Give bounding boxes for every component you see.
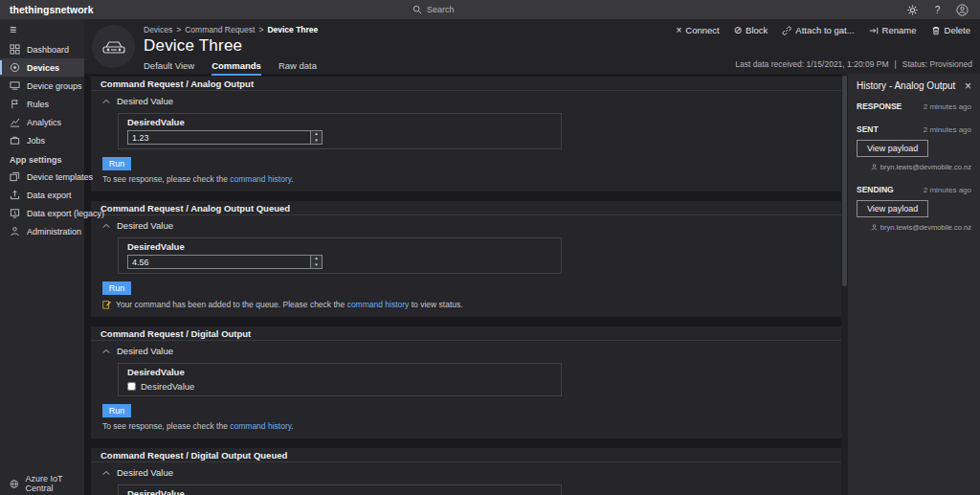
delete-label: Delete xyxy=(945,25,970,35)
sidebar-item-device-templates[interactable]: Device templates xyxy=(0,168,84,186)
tab-raw-data[interactable]: Raw data xyxy=(278,60,317,76)
breadcrumb-command-request[interactable]: Command Request xyxy=(185,25,255,34)
global-search[interactable] xyxy=(412,0,542,19)
panel-title: Command Request / Analog Output Queued xyxy=(91,201,841,215)
entry-user-row: bryn.lewis@devmobile.co.nz xyxy=(857,163,971,171)
breadcrumb-devices[interactable]: Devices xyxy=(144,25,172,34)
connect-button[interactable]: × Connect xyxy=(676,25,719,35)
desired-value-checkbox[interactable] xyxy=(127,382,136,391)
sidebar-item-label: Data export xyxy=(27,191,72,200)
sidebar-item-device-groups[interactable]: Device groups xyxy=(0,77,84,95)
sidebar-item-analytics[interactable]: Analytics xyxy=(0,113,84,131)
desired-value-collapse[interactable]: Desired Value xyxy=(102,346,830,356)
help-icon[interactable]: ? xyxy=(931,4,944,16)
helper-prefix: Your command has been added to the queue… xyxy=(116,300,347,309)
desired-value-input[interactable] xyxy=(128,131,310,144)
sidebar-item-jobs[interactable]: Jobs xyxy=(0,131,84,149)
iot-device-icon xyxy=(101,38,126,56)
helper-suffix: . xyxy=(291,174,293,184)
chevron-up-icon xyxy=(102,99,110,104)
checkbox-label: DesiredValue xyxy=(141,381,194,392)
entry-status: RESPONSE xyxy=(857,101,902,111)
block-icon: ⊘ xyxy=(734,26,742,35)
rename-label: Rename xyxy=(882,25,917,35)
sidebar-item-rules[interactable]: Rules xyxy=(0,95,84,113)
sidebar-item-administration[interactable]: Administration xyxy=(0,222,84,240)
run-button[interactable]: Run xyxy=(102,281,131,295)
history-entry-sending: SENDING 2 minutes ago View payload bryn.… xyxy=(857,185,971,232)
administration-icon xyxy=(10,226,20,236)
command-history-link[interactable]: command history xyxy=(230,421,291,431)
number-stepper[interactable]: ▲▼ xyxy=(310,256,322,268)
command-history-link[interactable]: command history xyxy=(347,300,410,309)
section-label: Desired Value xyxy=(117,346,173,356)
field-label: DesiredValue xyxy=(127,368,552,377)
rename-button[interactable]: Rename xyxy=(869,25,917,35)
entry-user-email: bryn.lewis@devmobile.co.nz xyxy=(880,223,971,232)
helper-suffix: to view status. xyxy=(409,300,462,309)
search-input[interactable] xyxy=(427,5,542,14)
device-header: Devices > Command Request > Device Three… xyxy=(84,19,980,74)
history-entry-response: RESPONSE 2 minutes ago xyxy=(857,101,971,111)
queued-helper-text: Your command has been added to the queue… xyxy=(102,300,830,309)
sidebar: ≡ Dashboard Devices Device groups Rules … xyxy=(0,19,84,495)
brand-label: Azure IoT Central xyxy=(26,474,84,493)
user-avatar-icon[interactable] xyxy=(956,4,969,16)
desired-value-collapse[interactable]: Desired Value xyxy=(102,96,830,106)
link-icon xyxy=(782,26,791,35)
jobs-icon xyxy=(10,135,20,146)
sidebar-item-label: Administration xyxy=(27,227,81,236)
top-bar: thethingsnetwork ? xyxy=(0,0,980,19)
rename-icon xyxy=(869,26,879,35)
desired-value-input[interactable] xyxy=(128,256,310,268)
delete-button[interactable]: Delete xyxy=(931,25,970,35)
view-payload-button[interactable]: View payload xyxy=(857,200,928,217)
history-panel: History - Analog Output × RESPONSE 2 min… xyxy=(848,74,980,495)
dashboard-icon xyxy=(10,44,20,55)
tab-default-view[interactable]: Default View xyxy=(144,60,194,76)
vertical-scrollbar[interactable] xyxy=(841,74,848,495)
command-field-group: DesiredValue DesiredValue xyxy=(118,363,562,396)
desired-value-collapse[interactable]: Desired Value xyxy=(102,467,830,478)
person-icon xyxy=(871,164,878,170)
device-groups-icon xyxy=(10,80,20,91)
panel-analog-output: Command Request / Analog Output Desired … xyxy=(91,77,841,191)
desired-value-collapse[interactable]: Desired Value xyxy=(102,220,830,231)
settings-gear-icon[interactable] xyxy=(906,4,919,16)
stepper-down-icon[interactable]: ▼ xyxy=(311,262,322,269)
view-payload-button[interactable]: View payload xyxy=(857,140,928,157)
run-button[interactable]: Run xyxy=(102,404,131,417)
sidebar-item-label: Analytics xyxy=(27,118,61,127)
run-button[interactable]: Run xyxy=(102,157,131,170)
sidebar-item-data-export-legacy[interactable]: Data export (legacy) xyxy=(0,204,84,222)
number-stepper[interactable]: ▲▼ xyxy=(310,131,322,144)
status-separator: | xyxy=(895,59,897,69)
breadcrumb-separator: > xyxy=(258,25,263,34)
last-data-received: Last data received: 1/15/2021, 1:20:09 P… xyxy=(735,59,888,69)
device-toolbar: × Connect ⊘ Block Attach to gat... Renam… xyxy=(676,25,970,35)
queued-note-icon xyxy=(102,300,112,309)
panel-analog-output-queued: Command Request / Analog Output Queued D… xyxy=(91,201,841,317)
devices-icon xyxy=(10,62,20,73)
data-export-legacy-icon xyxy=(10,208,20,218)
block-button[interactable]: ⊘ Block xyxy=(734,25,768,35)
field-label: DesiredValue xyxy=(127,242,552,252)
stepper-down-icon[interactable]: ▼ xyxy=(311,138,322,145)
device-templates-icon xyxy=(10,171,20,182)
breadcrumb-separator: > xyxy=(176,25,181,34)
sidebar-item-data-export[interactable]: Data export xyxy=(0,186,84,204)
menu-toggle-icon[interactable]: ≡ xyxy=(0,19,84,40)
entry-status: SENT xyxy=(857,124,879,134)
section-label: Desired Value xyxy=(117,220,173,231)
attach-to-gateway-button[interactable]: Attach to gat... xyxy=(782,25,854,35)
panel-digital-output-queued: Command Request / Digital Output Queued … xyxy=(91,448,841,495)
tab-commands[interactable]: Commands xyxy=(212,60,261,76)
globe-icon xyxy=(10,479,19,489)
scrollbar-thumb[interactable] xyxy=(842,76,847,286)
sidebar-item-dashboard[interactable]: Dashboard xyxy=(0,40,84,58)
command-history-link[interactable]: command history xyxy=(230,174,291,184)
section-label: Desired Value xyxy=(117,96,173,106)
sidebar-item-label: Rules xyxy=(27,100,49,109)
sidebar-item-devices[interactable]: Devices xyxy=(0,58,84,77)
close-icon[interactable]: × xyxy=(965,81,971,91)
